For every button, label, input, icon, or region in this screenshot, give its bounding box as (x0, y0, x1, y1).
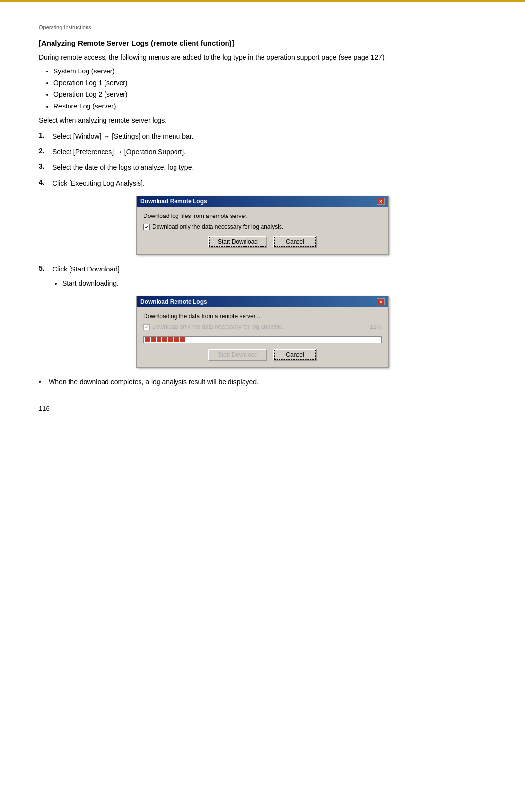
step-3: 3. Select the date of the logs to analyz… (39, 162, 486, 173)
step5-container: 5. Click [Start Download]. Start downloa… (39, 264, 486, 289)
progress-block-5 (168, 337, 173, 342)
top-accent-bar (0, 0, 525, 2)
dialog2-close-button[interactable]: × (377, 298, 385, 305)
dialog2-checkbox: ✔ (143, 324, 150, 330)
list-item: Operation Log 1 (server) (53, 77, 486, 89)
intro-text: During remote access, the following menu… (39, 52, 486, 63)
progress-block-2 (151, 337, 156, 342)
section-title: [Analyzing Remote Server Logs (remote cl… (39, 39, 486, 47)
dialog1-wrapper: Download Remote Logs × Download log file… (39, 196, 486, 255)
page-number: 116 (39, 405, 50, 412)
step-text-2: Select [Preferences] → [Operation Suppor… (52, 146, 486, 157)
dialog1-checkbox-row: ✔ Download only the data necessary for l… (143, 223, 382, 230)
list-item: Operation Log 2 (server) (53, 89, 486, 101)
step-1: 1. Select [Window] → [Settings] on the m… (39, 131, 486, 142)
bottom-note: • When the download completes, a log ana… (39, 377, 486, 387)
progress-blocks (145, 337, 185, 342)
step5-sub-bullets: Start downloading. (62, 278, 486, 289)
step5-header: 5. Click [Start Download]. (39, 264, 486, 274)
step-4: 4. Click [Executing Log Analysis]. (39, 178, 486, 189)
dialog2-buttons: Start Download Cancel (143, 349, 382, 361)
step-2: 2. Select [Preferences] → [Operation Sup… (39, 146, 486, 157)
dialog2-titlebar: Download Remote Logs × (137, 296, 388, 307)
dialog2-checkbox-row: ✔ Download only the data necessary for l… (143, 324, 382, 330)
dialog1-cancel-button[interactable]: Cancel (273, 236, 317, 248)
dialog1-content: Download log files from a remote server.… (137, 207, 388, 254)
dialog1: Download Remote Logs × Download log file… (136, 196, 389, 255)
progress-block-3 (157, 337, 161, 342)
progress-block-1 (145, 337, 150, 342)
steps-container: 1. Select [Window] → [Settings] on the m… (39, 131, 486, 189)
dialog2-message: Downloading the data from a remote serve… (143, 313, 382, 320)
dialog1-start-download-button[interactable]: Start Download (208, 236, 267, 248)
dialog2-start-download-button: Start Download (208, 349, 267, 361)
progress-block-4 (162, 337, 167, 342)
dialog2-checkbox-label: Download only the data necessary for log… (152, 324, 283, 330)
dialog2-title: Download Remote Logs (140, 298, 207, 305)
progress-block-7 (180, 337, 185, 342)
dialog2-cancel-button[interactable]: Cancel (273, 349, 317, 361)
dialog2-wrapper: Download Remote Logs × Downloading the d… (39, 296, 486, 368)
dialog2-progress-pct: 12% (370, 324, 382, 330)
dialog1-checkbox-label: Download only the data necessary for log… (152, 223, 283, 230)
dialog2: Download Remote Logs × Downloading the d… (136, 296, 389, 368)
progress-block-6 (174, 337, 179, 342)
step-num-4: 4. (39, 178, 52, 186)
dialog1-checkbox[interactable]: ✔ (143, 224, 150, 230)
step5-num: 5. (39, 264, 52, 272)
dialog1-message: Download log files from a remote server. (143, 213, 382, 219)
dialog1-close-button[interactable]: × (377, 198, 385, 205)
list-item: Restore Log (server) (53, 101, 486, 112)
step-text-4: Click [Executing Log Analysis]. (52, 178, 486, 189)
dialog2-progress-container (143, 336, 382, 343)
select-text: Select when analyzing remote server logs… (39, 116, 486, 124)
step-num-3: 3. (39, 162, 52, 170)
bottom-note-bullet-icon: • (39, 377, 49, 387)
step5-sub-bullet-item: Start downloading. (62, 278, 486, 289)
bottom-note-text: When the download completes, a log analy… (49, 377, 259, 387)
bullet-list: System Log (server) Operation Log 1 (ser… (53, 66, 486, 112)
dialog1-titlebar: Download Remote Logs × (137, 196, 388, 207)
step-num-1: 1. (39, 131, 52, 139)
step-text-3: Select the date of the logs to analyze, … (52, 162, 486, 173)
dialog1-buttons: Start Download Cancel (143, 236, 382, 248)
list-item: System Log (server) (53, 66, 486, 77)
dialog1-title: Download Remote Logs (140, 198, 207, 205)
step-num-2: 2. (39, 146, 52, 155)
header-label: Operating Instructions (39, 24, 486, 30)
step-text-1: Select [Window] → [Settings] on the menu… (52, 131, 486, 142)
dialog2-content: Downloading the data from a remote serve… (137, 307, 388, 367)
step5-text: Click [Start Download]. (52, 264, 486, 274)
